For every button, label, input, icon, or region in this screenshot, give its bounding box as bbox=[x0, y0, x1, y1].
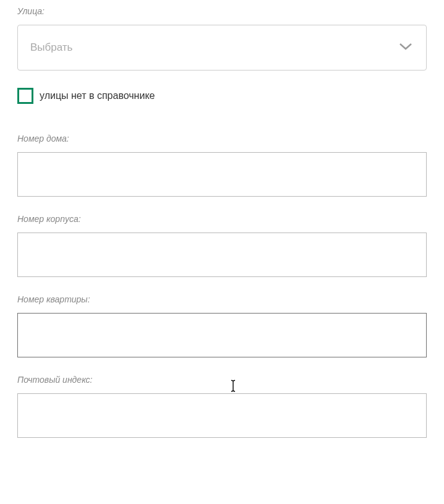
street-field-group: Улица: Выбрать bbox=[17, 6, 427, 70]
postal-code-input[interactable] bbox=[17, 393, 427, 438]
apartment-number-label: Номер квартиры: bbox=[17, 294, 427, 304]
house-number-label: Номер дома: bbox=[17, 134, 427, 143]
no-street-checkbox-label: улицы нет в справочнике bbox=[40, 90, 155, 101]
house-number-field-group: Номер дома: bbox=[17, 134, 427, 197]
building-number-input[interactable] bbox=[17, 233, 427, 277]
postal-code-field-group: Почтовый индекс: bbox=[17, 375, 427, 438]
building-number-label: Номер корпуса: bbox=[17, 214, 427, 224]
no-street-checkbox[interactable] bbox=[17, 88, 33, 104]
building-number-field-group: Номер корпуса: bbox=[17, 214, 427, 277]
street-select-placeholder: Выбрать bbox=[30, 41, 72, 54]
apartment-number-field-group: Номер квартиры: bbox=[17, 294, 427, 357]
street-label: Улица: bbox=[17, 6, 427, 16]
no-street-checkbox-row[interactable]: улицы нет в справочнике bbox=[17, 88, 427, 104]
postal-code-label: Почтовый индекс: bbox=[17, 375, 427, 385]
street-select[interactable]: Выбрать bbox=[17, 25, 427, 70]
chevron-down-icon bbox=[399, 42, 412, 53]
apartment-number-input[interactable] bbox=[17, 313, 427, 357]
house-number-input[interactable] bbox=[17, 152, 427, 197]
